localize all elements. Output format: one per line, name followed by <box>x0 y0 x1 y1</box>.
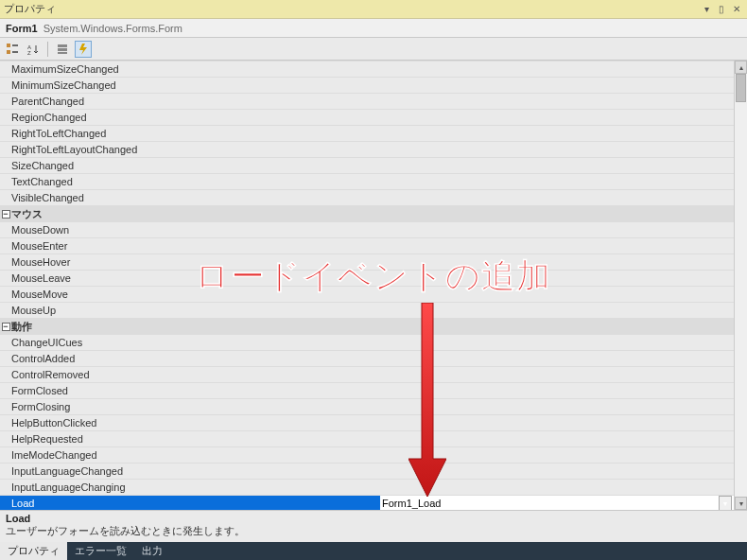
event-value[interactable] <box>380 61 734 77</box>
event-value[interactable] <box>380 94 734 109</box>
event-row[interactable]: RightToLeftLayoutChanged <box>0 141 734 157</box>
event-value[interactable] <box>380 238 734 254</box>
bottom-tabstrip: プロパティエラー一覧出力 <box>0 542 747 560</box>
event-label: HelpButtonClicked <box>11 415 380 430</box>
event-label: MouseLeave <box>11 271 380 286</box>
event-label: VisibleChanged <box>11 190 380 205</box>
bottom-tab[interactable]: プロパティ <box>0 542 67 560</box>
category-label: 動作 <box>11 319 32 334</box>
event-row[interactable]: MaximumSizeChanged <box>0 61 734 77</box>
scroll-up-icon[interactable]: ▴ <box>735 61 747 74</box>
collapse-toggle-icon[interactable] <box>0 319 11 334</box>
property-grid: MaximumSizeChangedMinimumSizeChangedPare… <box>0 61 734 510</box>
event-label: MouseDown <box>11 222 380 237</box>
event-value[interactable] <box>380 174 734 189</box>
event-row[interactable]: ControlRemoved <box>0 366 734 382</box>
category-row[interactable]: マウス <box>0 205 734 221</box>
event-label: HelpRequested <box>11 431 380 446</box>
event-value[interactable] <box>380 142 734 157</box>
event-value[interactable] <box>380 271 734 286</box>
object-selector[interactable]: Form1 System.Windows.Forms.Form <box>0 19 747 38</box>
event-value[interactable] <box>380 110 734 125</box>
event-label: ChangeUICues <box>11 335 380 350</box>
event-label: MouseMove <box>11 287 380 302</box>
event-row-selected[interactable]: Load▾ <box>0 495 734 510</box>
event-row[interactable]: ParentChanged <box>0 93 734 109</box>
vertical-scrollbar[interactable]: ▴ ▾ <box>734 61 747 510</box>
close-icon[interactable]: ✕ <box>730 4 743 14</box>
category-label: マウス <box>11 206 43 221</box>
event-value[interactable] <box>380 399 734 414</box>
description-title: Load <box>6 513 741 524</box>
event-row[interactable]: InputLanguageChanging <box>0 479 734 495</box>
event-label: Load <box>11 496 380 510</box>
events-icon[interactable] <box>75 41 92 58</box>
event-value[interactable] <box>380 335 734 350</box>
svg-rect-0 <box>7 44 10 47</box>
event-label: RightToLeftLayoutChanged <box>11 142 380 157</box>
event-label: MaximumSizeChanged <box>11 61 380 77</box>
event-value-cell: ▾ <box>380 496 734 510</box>
scroll-down-icon[interactable]: ▾ <box>735 497 747 510</box>
collapse-toggle-icon[interactable] <box>0 206 11 221</box>
event-row[interactable]: MouseMove <box>0 286 734 302</box>
event-row[interactable]: MouseEnter <box>0 237 734 254</box>
event-value[interactable] <box>380 287 734 302</box>
event-value[interactable] <box>380 480 734 495</box>
event-row[interactable]: MinimumSizeChanged <box>0 77 734 93</box>
event-row[interactable]: MouseDown <box>0 221 734 237</box>
event-value[interactable] <box>380 78 734 93</box>
event-row[interactable]: FormClosed <box>0 382 734 398</box>
event-value[interactable] <box>380 158 734 173</box>
event-row[interactable]: MouseHover <box>0 254 734 270</box>
category-row[interactable]: 動作 <box>0 318 734 334</box>
svg-rect-6 <box>58 44 67 47</box>
event-row[interactable]: ChangeUICues <box>0 334 734 350</box>
svg-rect-2 <box>12 44 18 46</box>
event-label: RightToLeftChanged <box>11 126 380 141</box>
event-value[interactable] <box>380 415 734 430</box>
alphabetical-icon[interactable]: AZ <box>25 41 42 58</box>
event-row[interactable]: VisibleChanged <box>0 189 734 205</box>
scroll-thumb[interactable] <box>736 74 746 102</box>
event-row[interactable]: ControlAdded <box>0 350 734 366</box>
event-value[interactable] <box>380 222 734 237</box>
description-text: ユーザーがフォームを読み込むときに発生します。 <box>6 524 741 538</box>
titlebar-controls: ▾ ▯ ✕ <box>700 4 743 14</box>
event-row[interactable]: MouseUp <box>0 302 734 318</box>
event-row[interactable]: FormClosing <box>0 398 734 414</box>
event-value[interactable] <box>380 303 734 318</box>
panel-titlebar: プロパティ ▾ ▯ ✕ <box>0 0 747 19</box>
event-value[interactable] <box>380 351 734 366</box>
categorized-icon[interactable] <box>4 41 21 58</box>
bottom-tab[interactable]: 出力 <box>134 542 170 560</box>
dropdown-icon[interactable]: ▾ <box>700 4 713 14</box>
event-value[interactable] <box>380 431 734 446</box>
event-label: InputLanguageChanged <box>11 464 380 479</box>
bottom-tab[interactable]: エラー一覧 <box>67 542 134 560</box>
event-row[interactable]: SizeChanged <box>0 157 734 173</box>
event-row[interactable]: ImeModeChanged <box>0 446 734 463</box>
event-value[interactable] <box>380 190 734 205</box>
event-row[interactable]: TextChanged <box>0 173 734 189</box>
panel-title: プロパティ <box>4 2 700 16</box>
event-row[interactable]: InputLanguageChanged <box>0 463 734 479</box>
pin-icon[interactable]: ▯ <box>715 4 728 14</box>
event-label: ImeModeChanged <box>11 447 380 463</box>
event-handler-input[interactable] <box>380 496 522 510</box>
properties-icon[interactable] <box>54 41 71 58</box>
event-value[interactable] <box>380 126 734 141</box>
event-row[interactable]: RegionChanged <box>0 109 734 125</box>
event-value[interactable] <box>380 447 734 463</box>
event-label: SizeChanged <box>11 158 380 173</box>
event-row[interactable]: HelpRequested <box>0 430 734 446</box>
event-value[interactable] <box>380 464 734 479</box>
event-value[interactable] <box>380 367 734 382</box>
event-value[interactable] <box>380 383 734 398</box>
event-row[interactable]: HelpButtonClicked <box>0 414 734 430</box>
dropdown-button-icon[interactable]: ▾ <box>719 496 732 510</box>
svg-rect-7 <box>58 48 67 51</box>
event-row[interactable]: RightToLeftChanged <box>0 125 734 141</box>
event-value[interactable] <box>380 254 734 270</box>
event-row[interactable]: MouseLeave <box>0 270 734 286</box>
